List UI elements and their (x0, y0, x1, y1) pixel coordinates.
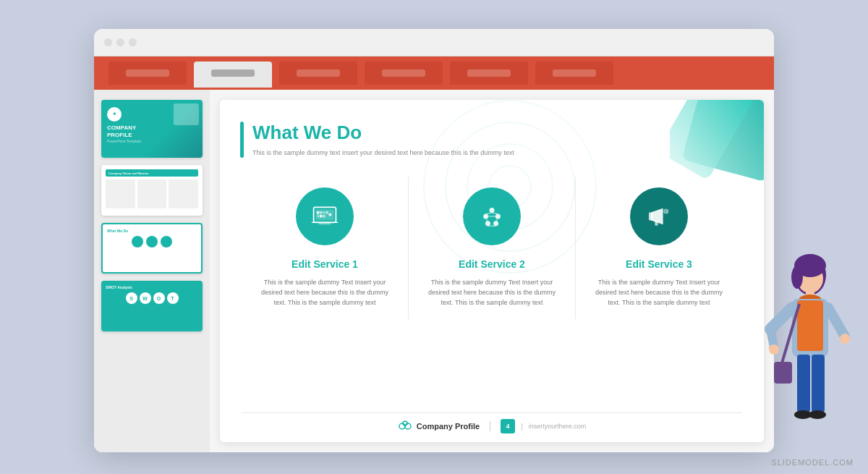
nav-tab-3[interactable] (279, 62, 357, 85)
svg-rect-5 (317, 214, 320, 217)
sidebar: ✦ COMPANYPROFILE PowerPoint Template Com… (94, 90, 210, 452)
svg-line-39 (828, 308, 845, 337)
thumb3-icon-2 (146, 236, 158, 247)
woman-svg (760, 235, 854, 452)
svg-rect-3 (320, 211, 323, 214)
svg-rect-9 (329, 213, 332, 216)
company-logo-icon (398, 419, 412, 433)
svg-point-47 (809, 410, 826, 419)
thumb3-icon-1 (132, 236, 143, 247)
services-grid: Edit Service 1 This is the sample dummy … (220, 169, 764, 330)
thumbnail-swot[interactable]: SWOT Analysis S W O T (101, 281, 203, 331)
svg-line-19 (486, 219, 488, 221)
nav-tab-1[interactable] (109, 62, 187, 85)
slide-title: What We Do (252, 122, 735, 144)
footer-separator: | (521, 423, 523, 431)
svg-rect-44 (797, 355, 810, 412)
thumb1-image (174, 103, 199, 125)
svg-line-37 (770, 308, 792, 329)
thumbnail-company-profile[interactable]: ✦ COMPANYPROFILE PowerPoint Template (101, 100, 203, 158)
svg-rect-8 (326, 211, 328, 214)
swot-t: T (167, 292, 179, 304)
svg-rect-11 (319, 222, 331, 224)
service-desc-2: This is the sample dummy Text Insert you… (423, 277, 561, 308)
svg-point-27 (405, 423, 411, 429)
footer-url: insertyourthere.com (529, 423, 587, 430)
woman-illustration (760, 235, 854, 452)
svg-point-26 (399, 423, 405, 429)
browser-dots (104, 38, 137, 46)
thumb2-col-1 (106, 179, 135, 208)
browser-window: ✦ COMPANYPROFILE PowerPoint Template Com… (94, 29, 774, 452)
nav-tab-2[interactable] (194, 62, 272, 88)
svg-rect-23 (649, 212, 653, 220)
nav-bar (94, 56, 774, 90)
svg-point-32 (791, 266, 803, 289)
svg-rect-6 (320, 214, 323, 217)
laptop-pixels-icon (310, 201, 340, 232)
svg-line-17 (486, 213, 492, 213)
browser-dot-yellow (116, 38, 124, 46)
footer-logo: Company Profile (398, 419, 480, 433)
thumbnail-vision-mission[interactable]: Company Vision and Mission (101, 165, 203, 216)
svg-point-13 (483, 213, 488, 219)
service-card-3: ! Edit Service 3 This is the sample dumm… (576, 177, 742, 319)
thumbnail-what-we-do[interactable]: What We Do (101, 223, 203, 274)
thumb2-header: Company Vision and Mission (106, 169, 198, 177)
nav-tab-5[interactable] (450, 62, 528, 85)
thumb2-col-3 (169, 179, 198, 208)
swot-o: O (153, 292, 165, 304)
svg-rect-7 (323, 214, 326, 217)
service-icon-1 (296, 187, 354, 245)
main-slide: What We Do This is the sample dummy text… (220, 100, 764, 442)
swot-w: W (140, 292, 151, 304)
thumb4-letters: S W O T (106, 292, 198, 304)
svg-line-20 (496, 219, 498, 221)
service-desc-3: This is the sample dummy Text Insert you… (590, 277, 728, 308)
service-icon-2 (463, 187, 521, 245)
thumb2-col-2 (137, 179, 167, 208)
svg-point-12 (490, 208, 495, 213)
svg-rect-2 (317, 211, 320, 214)
footer-page-number: 4 (501, 419, 515, 433)
svg-rect-36 (797, 300, 823, 351)
content-area: ✦ COMPANYPROFILE PowerPoint Template Com… (94, 90, 774, 452)
browser-dot-red (104, 38, 112, 46)
thumb3-icons (107, 236, 197, 247)
service-card-1: Edit Service 1 This is the sample dummy … (242, 177, 409, 319)
service-title-3: Edit Service 3 (626, 258, 692, 270)
svg-point-15 (485, 221, 490, 226)
service-icon-3: ! (630, 187, 688, 245)
megaphone-icon: ! (644, 201, 674, 232)
brain-network-icon (477, 201, 507, 232)
slide-subtitle: This is the sample dummy text insert you… (252, 148, 527, 158)
svg-point-14 (495, 213, 501, 219)
thumb3-icon-3 (161, 236, 172, 247)
service-title-1: Edit Service 1 (292, 258, 358, 270)
browser-titlebar (94, 29, 774, 56)
svg-point-16 (493, 221, 498, 226)
footer-logo-icon (398, 419, 412, 433)
slide-footer: Company Profile 4 | insertyourthere.com (242, 412, 742, 433)
thumb4-title: SWOT Analysis (106, 285, 198, 289)
swot-s: S (126, 292, 137, 304)
nav-tab-6[interactable] (535, 62, 613, 85)
svg-rect-4 (323, 211, 326, 214)
svg-point-41 (840, 334, 850, 344)
footer-divider (490, 421, 490, 431)
slide-header: What We Do This is the sample dummy text… (220, 100, 764, 169)
service-title-2: Edit Service 2 (459, 258, 525, 270)
thumb2-content (106, 179, 198, 208)
thumb1-subtitle: PowerPoint Template (107, 139, 197, 143)
thumb3-header: What We Do (107, 229, 197, 233)
thumb1-logo: ✦ (107, 107, 122, 122)
nav-tab-4[interactable] (365, 62, 443, 85)
browser-dot-green (129, 38, 137, 46)
svg-rect-45 (812, 355, 825, 412)
service-card-2: Edit Service 2 This is the sample dummy … (409, 177, 576, 319)
svg-rect-43 (774, 362, 792, 384)
watermark: SLIDEMODEL.COM (771, 458, 854, 467)
svg-line-18 (492, 213, 498, 213)
thumb1-title: COMPANYPROFILE (107, 124, 197, 140)
service-desc-1: This is the sample dummy Text Insert you… (256, 277, 393, 308)
